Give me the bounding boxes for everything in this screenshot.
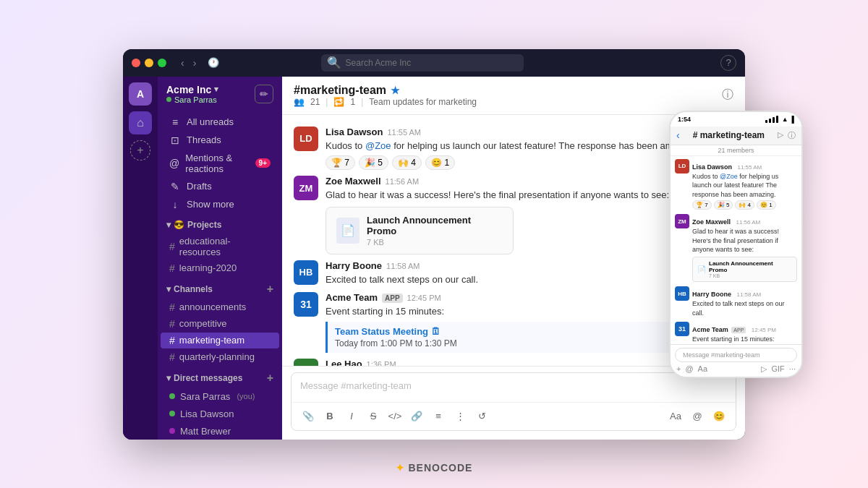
sidebar-item-competitive[interactable]: # competitive [161,316,279,332]
mobile-more-icon[interactable]: ··· [789,364,796,373]
add-workspace-button[interactable]: + [130,140,150,160]
bold-button[interactable]: B [320,407,339,426]
dm-item-sara-parras[interactable]: Sara Parras (you) [161,388,279,405]
sidebar-item-mentions[interactable]: @ Mentions & reactions 9+ [161,150,279,177]
message-input-placeholder[interactable]: Message #marketing-team [292,373,736,402]
reaction-clap[interactable]: 🙌 4 [392,155,422,170]
sidebar-item-quarterly-planning[interactable]: # quarterly-planning [161,349,279,365]
projects-chevron-icon: ▾ [166,220,171,230]
dm-item-matt-brewer[interactable]: Matt Brewer [161,423,279,440]
mobile-send-icon[interactable]: ▷ [761,364,767,374]
search-bar[interactable]: 🔍 [321,54,524,72]
message-time: 11:56 AM [386,177,419,186]
add-channel-button[interactable]: + [267,283,273,296]
message-author: Zoe Maxwell [326,176,381,187]
signal-bar-2 [769,119,771,123]
strikethrough-button[interactable]: S [364,407,383,426]
workspace-icon[interactable]: A [129,82,152,106]
sidebar-item-educational-resources[interactable]: # educational-resources [161,234,279,260]
sidebar-item-drafts[interactable]: ✎ Drafts [161,178,279,195]
sidebar-item-threads[interactable]: ⊡ Threads [161,132,279,149]
mobile-aa-icon[interactable]: Aa [698,364,707,373]
emoji-button[interactable]: 😊 [710,407,728,426]
home-icon[interactable]: ⌂ [129,111,152,134]
mobile-back-button[interactable]: ‹ [676,129,680,141]
file-attachment[interactable]: 📄 Launch Announcement Promo 7 KB [326,207,514,254]
bullet-list-button[interactable]: ≡ [429,407,448,426]
table-row: ZM Zoe Maxwell 11:56 AM Glad to hear it … [294,173,733,257]
info-button[interactable]: ⓘ [722,87,733,103]
forward-button[interactable]: › [190,56,200,70]
italic-button[interactable]: I [342,407,361,426]
mobile-input-box[interactable]: Message #marketing-team [675,348,797,362]
mentions-icon: @ [169,158,179,169]
dm-item-lisa-dawson[interactable]: Lisa Dawson [161,406,279,422]
signal-bar-1 [765,120,767,123]
hash-icon: # [169,351,175,363]
mobile-at-icon[interactable]: @ [685,364,693,373]
mobile-input-icons: + @ Aa ▷ GIF ··· [675,364,797,374]
mentions-badge: 9+ [255,158,271,168]
mobile-reaction[interactable]: 😊 1 [757,200,776,210]
mobile-video-icon[interactable]: ▷ [778,130,783,141]
toolbar-right: Aa @ 😊 [666,407,728,426]
navigation-buttons: ‹ › [178,56,199,70]
minimize-button[interactable] [145,59,153,67]
message-input-box: Message #marketing-team 📎 B I S </> 🔗 ≡ … [291,372,736,431]
wifi-icon: ▲ [782,116,788,123]
mobile-file-attachment[interactable]: 📄 Launch Announcement Promo 7 KB [692,257,797,282]
maximize-button[interactable] [158,59,166,67]
search-input[interactable] [346,58,518,68]
signal-bar-4 [776,116,778,123]
mobile-reaction[interactable]: 🙌 4 [735,200,754,210]
away-status-dot [169,428,175,434]
attachment-button[interactable]: 📎 [299,407,318,426]
sidebar-item-marketing-team[interactable]: # marketing-team [161,333,279,348]
hash-icon: # [169,241,175,252]
add-dm-button[interactable]: + [267,372,273,385]
branding: ✦ BENOCODE [396,462,473,474]
meeting-title: Team Status Meeting 🗓 [335,326,726,337]
ordered-list-button[interactable]: ⋮ [451,407,469,426]
sidebar-content: Acme Inc ▾ Sara Parras ✏ ≡ All unr [158,77,282,440]
dm-section-header[interactable]: ▾ Direct messages + [158,366,282,388]
channels-section-header[interactable]: ▾ Channels + [158,277,282,299]
code-button[interactable]: </> [386,407,404,426]
link-button[interactable]: 🔗 [407,407,426,426]
mobile-app-avatar: 31 [675,322,689,336]
back-button[interactable]: ‹ [178,56,187,70]
projects-section-header[interactable]: ▾ 😎 Projects [158,214,282,233]
sidebar-item-learning-2020[interactable]: # learning-2020 [161,260,279,276]
mobile-reaction[interactable]: 🏆 7 [692,200,712,210]
mobile-info-icon[interactable]: ⓘ [788,130,796,141]
mobile-plus-icon[interactable]: + [676,364,681,373]
table-row: LH Lee Hao 1:36 PM You can find meeting … [294,356,733,366]
help-button[interactable]: ? [720,55,736,71]
channel-header: #marketing-team ★ 👥 21 | 🔁 1 | Team upda… [282,77,745,115]
threads-icon: ⊡ [169,134,181,146]
reaction-party[interactable]: 🎉 5 [359,155,388,170]
close-button[interactable] [132,59,140,67]
workspace-name[interactable]: Acme Inc ▾ [166,84,218,95]
mobile-msg-time: 11:58 AM [736,291,761,298]
mobile-reaction[interactable]: 🎉 5 [714,200,733,210]
hash-icon: # [169,301,175,313]
reaction-trophy[interactable]: 🏆 7 [326,155,355,170]
format-button[interactable]: Aa [666,407,685,426]
sidebar-item-announcements[interactable]: # announcements [161,299,279,315]
compose-button[interactable]: ✏ [255,85,273,103]
message-author: Lisa Dawson [326,127,383,137]
workspace-header: Acme Inc ▾ Sara Parras ✏ [158,77,282,110]
undo-button[interactable]: ↺ [472,407,491,426]
mention: @Zoe [365,140,391,151]
traffic-lights [132,59,166,67]
reaction-smile[interactable]: 😊 1 [425,155,455,170]
title-bar: ‹ › 🕐 🔍 ? [123,49,745,77]
mobile-gif-icon[interactable]: GIF [771,364,784,373]
sidebar-item-all-unreads[interactable]: ≡ All unreads [161,114,279,131]
status-dot [166,97,171,102]
mention-button[interactable]: @ [688,407,707,426]
history-icon: 🕐 [208,57,219,68]
sidebar-item-show-more[interactable]: ↓ Show more [161,196,279,213]
table-row: HB Harry Boone 11:58 AM Excited to talk … [294,257,733,290]
